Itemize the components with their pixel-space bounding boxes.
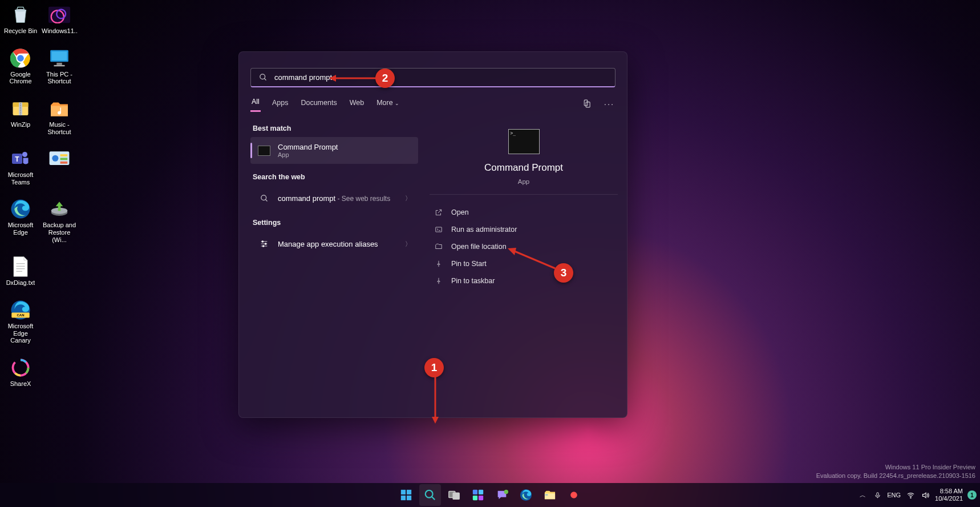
heading-best-match: Best match	[250, 120, 418, 137]
desktop-icon-label: Google Chrome	[3, 71, 38, 85]
svg-point-19	[52, 155, 58, 162]
svg-point-44	[262, 246, 264, 247]
svg-rect-60	[545, 493, 555, 499]
taskbar-explorer[interactable]	[539, 484, 561, 506]
svg-rect-63	[877, 492, 878, 496]
this-pc-icon	[48, 47, 71, 69]
svg-text:T: T	[15, 155, 19, 163]
svg-rect-9	[56, 63, 62, 65]
tray-language[interactable]: ENG	[887, 492, 901, 498]
svg-rect-45	[436, 227, 442, 232]
search-more-icon[interactable]: ···	[603, 98, 615, 110]
desktop-icon-teams[interactable]: TMicrosoft Teams	[2, 147, 39, 186]
svg-point-58	[504, 490, 508, 494]
search-tab-more[interactable]: More ⌄	[375, 96, 400, 111]
svg-rect-53	[453, 493, 459, 499]
tray-volume-icon[interactable]	[920, 490, 930, 500]
annotation-arrow-1	[431, 377, 440, 424]
svg-line-34	[264, 78, 266, 80]
desktop-icon-dxdiag[interactable]: DxDiag.txt	[2, 255, 39, 287]
winzip-icon	[9, 98, 32, 119]
desktop-icon-label: Backup and Restore (Wi...	[42, 222, 77, 243]
taskbar-taskview[interactable]	[443, 484, 465, 506]
edge-icon	[9, 198, 32, 220]
desktop-icon-backup[interactable]: Backup and Restore (Wi...	[41, 198, 78, 244]
svg-line-38	[265, 199, 267, 201]
search-phone-link-icon[interactable]	[580, 98, 593, 110]
desktop-icon-winzip[interactable]: WinZip	[2, 97, 39, 136]
action-pin-to-taskbar[interactable]: Pin to taskbar	[430, 272, 618, 289]
tray-mic-icon[interactable]	[872, 490, 882, 500]
search-tab-web[interactable]: Web	[349, 96, 365, 111]
result-settings-aliases[interactable]: Manage app execution aliases 〉	[250, 231, 418, 256]
desktop-icon-recycle-bin[interactable]: Recycle Bin	[2, 3, 39, 35]
svg-text:CAN: CAN	[17, 313, 25, 317]
search-tab-apps[interactable]: Apps	[271, 96, 290, 111]
annotation-arrow-3	[507, 246, 557, 271]
desktop-icon-this-pc[interactable]: This PC - Shortcut	[41, 47, 78, 86]
svg-rect-8	[52, 51, 67, 61]
svg-rect-54	[473, 490, 477, 494]
action-icon	[434, 208, 443, 217]
tray-chevron-up-icon[interactable]: ︿	[857, 490, 868, 500]
taskbar-widgets[interactable]	[467, 484, 489, 506]
action-label: Run as administrator	[451, 226, 517, 234]
action-label: Pin to Start	[451, 260, 487, 268]
svg-rect-49	[407, 496, 411, 500]
desktop-icon-edge[interactable]: Microsoft Edge	[2, 198, 39, 244]
svg-rect-57	[479, 496, 483, 500]
svg-rect-46	[401, 490, 406, 494]
svg-point-64	[910, 497, 910, 498]
desktop-icon-label: Microsoft Edge Canary	[3, 323, 38, 344]
action-label: Open	[451, 208, 469, 216]
search-tabs: AllAppsDocumentsWebMore ⌄ ···	[239, 87, 627, 112]
os-watermark: Windows 11 Pro Insider Preview Evaluatio…	[816, 463, 975, 480]
desktop-icon-chrome[interactable]: Google Chrome	[2, 47, 39, 86]
search-tab-documents[interactable]: Documents	[299, 96, 338, 111]
svg-marker-70	[508, 248, 516, 255]
svg-line-69	[515, 251, 555, 268]
search-input[interactable]	[274, 73, 607, 82]
taskbar-start[interactable]	[395, 484, 417, 506]
tray-datetime[interactable]: 8:58 AM 10/4/2021	[935, 488, 963, 502]
svg-rect-55	[479, 490, 483, 494]
dxdiag-icon	[9, 256, 32, 277]
heading-settings: Settings	[250, 214, 418, 231]
svg-rect-22	[60, 162, 68, 164]
result-title: Command Prompt	[278, 143, 338, 151]
svg-rect-47	[407, 490, 411, 494]
chevron-right-icon: 〉	[405, 240, 411, 248]
desktop-icon-control-panel[interactable]	[41, 147, 78, 186]
action-open[interactable]: Open	[430, 204, 618, 221]
svg-marker-68	[329, 75, 336, 82]
search-tab-all[interactable]: All	[250, 95, 261, 112]
desktop: Recycle BinWindows11...Google ChromeThis…	[0, 0, 980, 507]
taskbar-edge[interactable]	[515, 484, 537, 506]
action-label: Pin to taskbar	[451, 277, 495, 285]
desktop-icon-label: DxDiag.txt	[6, 279, 35, 287]
search-box[interactable]	[250, 68, 615, 87]
annotation-badge-1: 1	[424, 358, 444, 377]
taskbar-search[interactable]	[419, 484, 441, 506]
result-web[interactable]: command prompt - See web results 〉	[250, 186, 418, 211]
taskbar-sharex[interactable]	[563, 484, 585, 506]
desktop-icon-music[interactable]: Music - Shortcut	[41, 97, 78, 136]
action-run-as-administrator[interactable]: Run as administrator	[430, 221, 618, 238]
desktop-icon-label: ShareX	[10, 380, 31, 388]
desktop-icon-label: Music - Shortcut	[42, 121, 77, 135]
desktop-icon-wallpaper[interactable]: Windows11...	[41, 3, 78, 35]
svg-point-43	[265, 243, 266, 245]
svg-point-0	[15, 9, 27, 12]
tray-notifications[interactable]: 1	[967, 490, 977, 500]
sharex-icon	[9, 357, 32, 379]
search-icon	[259, 73, 268, 82]
desktop-icon-edge-canary[interactable]: CANMicrosoft Edge Canary	[2, 299, 39, 345]
desktop-icon-label: Microsoft Teams	[3, 171, 38, 186]
chevron-right-icon: 〉	[405, 194, 411, 203]
taskbar-chat[interactable]	[491, 484, 513, 506]
edge-canary-icon: CAN	[9, 299, 32, 321]
tray-wifi-icon[interactable]	[905, 490, 916, 500]
wallpaper-icon	[48, 4, 71, 26]
result-command-prompt[interactable]: Command Prompt App	[250, 137, 418, 164]
desktop-icon-sharex[interactable]: ShareX	[2, 356, 39, 388]
